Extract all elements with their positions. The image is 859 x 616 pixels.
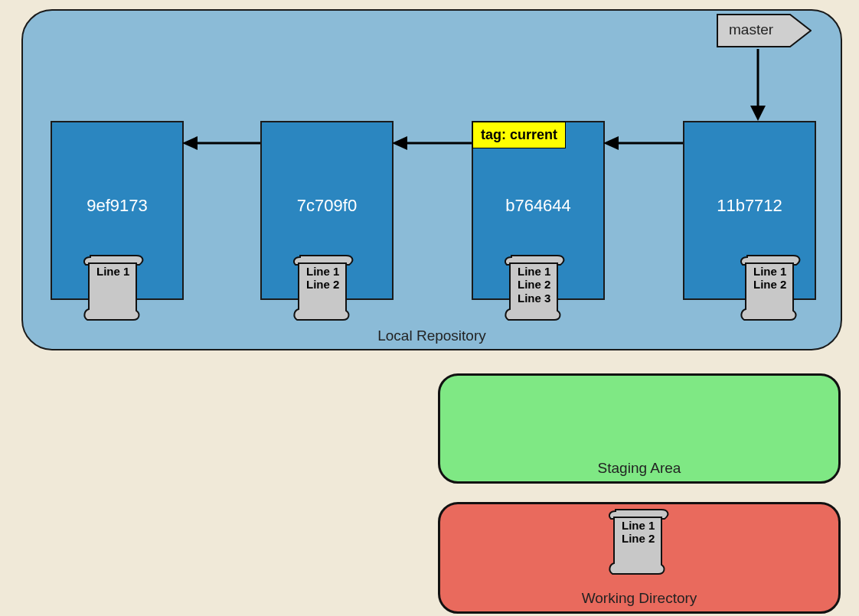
arrow-master-to-commit bbox=[743, 47, 773, 124]
file-contents: Line 1 Line 2 Line 3 bbox=[518, 265, 550, 305]
commit-hash: 7c709f0 bbox=[262, 196, 392, 216]
file-scroll-working-dir: Line 1 Line 2 bbox=[605, 508, 674, 577]
arrow-commit-2-to-1 bbox=[390, 132, 473, 155]
commit-hash: b764644 bbox=[473, 196, 603, 216]
file-scroll-commit-3: Line 1 Line 2 bbox=[737, 254, 805, 323]
staging-area-label: Staging Area bbox=[598, 460, 681, 477]
arrow-commit-1-to-0 bbox=[181, 132, 262, 155]
file-contents: Line 1 Line 2 bbox=[306, 265, 339, 292]
tag-current: tag: current bbox=[472, 122, 566, 148]
local-repository-label: Local Repository bbox=[377, 328, 486, 344]
working-directory-label: Working Directory bbox=[582, 590, 697, 607]
branch-pointer-master: master bbox=[717, 14, 812, 47]
arrow-commit-3-to-2 bbox=[602, 132, 684, 155]
commit-hash: 11b7712 bbox=[684, 196, 815, 216]
file-contents: Line 1 Line 2 bbox=[622, 519, 655, 546]
branch-pointer-label: master bbox=[729, 21, 773, 38]
file-scroll-commit-1: Line 1 Line 2 bbox=[289, 254, 358, 323]
file-scroll-commit-2: Line 1 Line 2 Line 3 bbox=[501, 254, 570, 323]
file-contents: Line 1 bbox=[96, 265, 129, 278]
staging-area-panel: Staging Area bbox=[438, 373, 841, 484]
svg-marker-6 bbox=[392, 136, 407, 150]
file-scroll-commit-0: Line 1 bbox=[80, 254, 149, 323]
svg-marker-4 bbox=[182, 136, 198, 150]
commit-hash: 9ef9173 bbox=[52, 196, 182, 216]
file-contents: Line 1 Line 2 bbox=[753, 265, 786, 292]
svg-marker-2 bbox=[750, 106, 766, 121]
svg-marker-8 bbox=[603, 136, 619, 150]
